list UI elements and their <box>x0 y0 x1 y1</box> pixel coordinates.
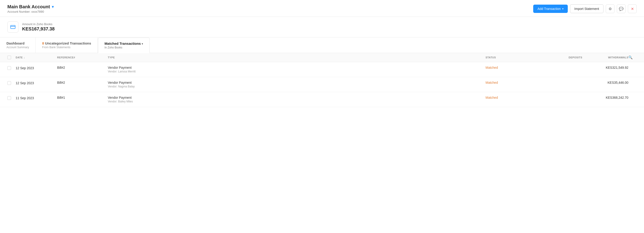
account-title: Main Bank Account ▾ <box>7 4 54 10</box>
chat-icon: 💬 <box>619 7 624 11</box>
table-row: 12 Sep 2023 Bill#2 Vendor Payment Vendor… <box>0 62 644 77</box>
tab-matched-title: Matched Transactions <box>104 42 141 46</box>
tab-uncategorized[interactable]: 8 Uncategorized Transactions From Bank S… <box>36 37 98 53</box>
table-row: 12 Sep 2023 Bill#2 Vendor Payment Vendor… <box>0 77 644 92</box>
cell-reference-1: Bill#2 <box>57 81 108 84</box>
cell-type-0: Vendor Payment Vendor: Larissa Merritt <box>108 66 486 73</box>
cell-vendor-0: Vendor: Larissa Merritt <box>108 70 486 73</box>
summary-amount: KES167,937.38 <box>22 26 54 32</box>
tab-uncategorized-title: 8 Uncategorized Transactions <box>42 41 91 45</box>
account-number: Account Number: xxxx7890 <box>7 10 54 13</box>
col-type: TYPE <box>108 56 486 59</box>
chevron-down-icon[interactable]: ▾ <box>52 5 54 9</box>
tab-dashboard[interactable]: Dashboard Account Summary <box>0 37 36 53</box>
cell-withdrawals-0: KES321,549.92 <box>582 66 628 69</box>
table-header: DATE ↓ REFERENCE# TYPE STATUS DEPOSITS W… <box>0 53 644 62</box>
summary-label: Amount in Zoho Books <box>22 22 54 26</box>
tab-matched-inner: Matched Transactions ▾ In Zoho Books <box>104 42 143 49</box>
cell-reference-2: Bill#1 <box>57 96 108 99</box>
col-deposits: DEPOSITS <box>536 56 582 59</box>
table-row: 11 Sep 2023 Bill#1 Vendor Payment Vendor… <box>0 92 644 107</box>
matched-dropdown-arrow: ▾ <box>142 42 143 46</box>
cell-type-1: Vendor Payment Vendor: Nagma Balay <box>108 81 486 88</box>
account-name: Main Bank Account <box>7 4 50 10</box>
cell-date-1: 12 Sep 2023 <box>16 81 57 85</box>
cell-type-2: Vendor Payment Vendor: Bailey Miles <box>108 96 486 103</box>
col-withdrawals: WITHDRAWALS <box>582 56 628 59</box>
row-checkbox-2[interactable] <box>7 96 11 100</box>
summary-content: Amount in Zoho Books KES167,937.38 <box>22 22 54 32</box>
close-icon: ✕ <box>631 7 634 11</box>
cell-date-0: 12 Sep 2023 <box>16 66 57 70</box>
gear-icon: ⚙ <box>608 7 612 11</box>
tab-matched[interactable]: Matched Transactions ▾ In Zoho Books <box>98 38 150 53</box>
col-search[interactable]: 🔍 <box>628 55 637 60</box>
row-checkbox-1[interactable] <box>7 81 11 85</box>
settings-button[interactable]: ⚙ <box>606 5 614 13</box>
chat-button[interactable]: 💬 <box>617 5 626 13</box>
import-statement-button[interactable]: Import Statement <box>570 5 604 13</box>
cell-status-0: Matched <box>486 66 536 69</box>
account-info: Main Bank Account ▾ Account Number: xxxx… <box>7 4 54 13</box>
search-icon[interactable]: 🔍 <box>628 55 633 59</box>
col-status: STATUS <box>486 56 536 59</box>
close-button[interactable]: ✕ <box>628 5 637 13</box>
cell-vendor-1: Vendor: Nagma Balay <box>108 85 486 88</box>
cell-status-2: Matched <box>486 96 536 99</box>
cell-date-2: 11 Sep 2023 <box>16 96 57 100</box>
add-transaction-dropdown-arrow: ▾ <box>562 7 564 10</box>
tab-dashboard-title: Dashboard <box>6 41 29 45</box>
summary-section: Amount in Zoho Books KES167,937.38 <box>0 17 644 37</box>
header-actions: Add Transaction ▾ Import Statement ⚙ 💬 ✕ <box>533 5 637 13</box>
tab-uncategorized-subtitle: From Bank Statements <box>42 46 91 49</box>
col-date[interactable]: DATE ↓ <box>16 56 57 59</box>
add-transaction-button[interactable]: Add Transaction ▾ <box>533 5 568 13</box>
cell-reference-0: Bill#2 <box>57 66 108 69</box>
table-body: 12 Sep 2023 Bill#2 Vendor Payment Vendor… <box>0 62 644 107</box>
tab-matched-subtitle: In Zoho Books <box>104 46 143 49</box>
row-checkbox-0[interactable] <box>7 66 11 70</box>
tabs-bar: Dashboard Account Summary 8 Uncategorize… <box>0 37 644 53</box>
cell-withdrawals-1: KES35,446.00 <box>582 81 628 84</box>
page-header: Main Bank Account ▾ Account Number: xxxx… <box>0 0 644 17</box>
select-all-checkbox[interactable] <box>7 56 11 59</box>
svg-rect-0 <box>10 25 15 29</box>
col-reference: REFERENCE# <box>57 56 108 59</box>
cell-status-1: Matched <box>486 81 536 84</box>
cell-vendor-2: Vendor: Bailey Miles <box>108 100 486 103</box>
tab-dashboard-subtitle: Account Summary <box>6 46 29 49</box>
summary-icon <box>7 22 18 33</box>
cell-withdrawals-2: KES368,242.70 <box>582 96 628 99</box>
